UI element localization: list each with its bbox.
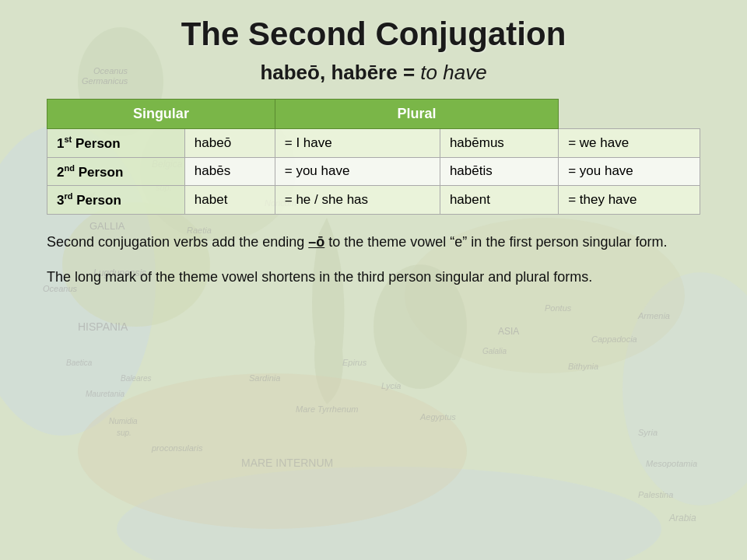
plural-translation: = they have [559, 186, 700, 215]
person-cell: 2nd Person [47, 157, 185, 186]
page-title: The Second Conjugation [47, 16, 700, 53]
singular-translation: = he / she has [275, 186, 440, 215]
subtitle-english: to have [420, 61, 486, 84]
singular-form: habet [184, 186, 275, 215]
singular-translation: = you have [275, 157, 440, 186]
table-row: 1st Personhabeō= I havehabēmus= we have [47, 129, 700, 158]
table-row: 2nd Personhabēs= you havehabētis= you ha… [47, 157, 700, 186]
plural-translation: = we have [559, 129, 700, 158]
body-text-1-after: to the theme vowel “e” in the first pers… [324, 234, 667, 250]
body-paragraph-2: The long mark of the theme vowel shorten… [47, 267, 685, 288]
body-paragraph-1: Second conjugation verbs add the ending … [47, 232, 685, 253]
subtitle-equals: = [398, 61, 421, 84]
conjugation-table: Singular Plural 1st Personhabeō= I haveh… [47, 99, 700, 215]
singular-form: habeō [184, 129, 275, 158]
plural-form: habētis [440, 157, 558, 186]
body-text-1-highlight: –ō [308, 234, 324, 250]
singular-form: habēs [184, 157, 275, 186]
plural-translation: = you have [559, 157, 700, 186]
person-cell: 1st Person [47, 129, 185, 158]
subtitle-latin: habeō, habēre [260, 61, 397, 84]
table-row: 3rd Personhabet= he / she hashabent= the… [47, 186, 700, 215]
col-header-plural: Plural [275, 100, 558, 129]
main-content: The Second Conjugation habeō, habēre = t… [0, 0, 747, 317]
col-header-singular: Singular [47, 100, 275, 129]
plural-form: habēmus [440, 129, 558, 158]
subtitle: habeō, habēre = to have [47, 61, 700, 85]
body-text-1-before: Second conjugation verbs add the ending [47, 234, 308, 250]
singular-translation: = I have [275, 129, 440, 158]
person-cell: 3rd Person [47, 186, 185, 215]
plural-form: habent [440, 186, 558, 215]
